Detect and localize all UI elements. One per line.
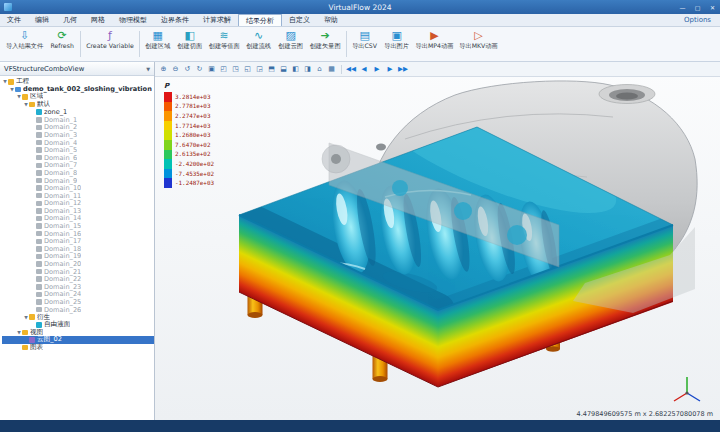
domain-icon <box>36 246 42 252</box>
tree-item-云图_02[interactable]: 云图_02 <box>2 336 154 344</box>
domain-icon <box>36 147 42 153</box>
step-forward-icon[interactable]: ▶ <box>384 64 396 75</box>
domain-icon <box>36 132 42 138</box>
legend-entry: 1.7714e+03 <box>164 121 214 131</box>
domain-icon <box>36 254 42 260</box>
import-results-button[interactable]: ⇩导入结果文件 <box>3 28 46 60</box>
tree-item-衍生[interactable]: ▼衍生 <box>2 313 154 321</box>
legend-title: P <box>164 82 214 90</box>
legend-entry: -2.4200e+02 <box>164 159 214 169</box>
folder-icon <box>8 79 14 85</box>
export-mkv-label: 导出MKV动画 <box>459 43 497 50</box>
menu-item-9[interactable]: 自定义 <box>282 14 317 26</box>
domain-icon <box>36 201 42 207</box>
skip-end-icon[interactable]: ▶▶ <box>397 64 409 75</box>
tree-item-demo_tank_002_sloshing_vibration[interactable]: ▼demo_tank_002_sloshing_vibration <box>2 86 154 94</box>
create-streamline-button[interactable]: ∿创建流线 <box>243 28 275 60</box>
3d-viewport[interactable]: P 3.2814e+032.7781e+032.2747e+031.7714e+… <box>155 77 720 420</box>
refresh-button[interactable]: ⟳Refresh <box>46 28 78 60</box>
menu-item-6[interactable]: 边界条件 <box>154 14 196 26</box>
tree-item-Domain_26[interactable]: Domain_26 <box>2 306 154 314</box>
grid-icon[interactable]: ▦ <box>326 64 337 75</box>
create-vector-button[interactable]: ➔创建矢量图 <box>307 28 344 60</box>
export-csv-button[interactable]: ▤导出CSV <box>349 28 381 60</box>
options-menu[interactable]: Options <box>675 14 720 26</box>
menu-item-7[interactable]: 计算求解 <box>196 14 238 26</box>
tree-item-自由液面[interactable]: 自由液面 <box>2 321 154 329</box>
import-results-label: 导入结果文件 <box>6 43 43 50</box>
rotate-right-icon[interactable]: ↻ <box>194 64 205 75</box>
create-variable-label: Create Variable <box>86 43 134 50</box>
maximize-button[interactable]: ▢ <box>690 1 705 13</box>
view-front-icon[interactable]: ◰ <box>218 64 229 75</box>
domain-icon <box>36 307 42 313</box>
legend-entry: 7.6470e+02 <box>164 140 214 150</box>
perspective-icon[interactable]: ◨ <box>302 64 313 75</box>
zoom-out-icon[interactable]: ⊖ <box>170 64 181 75</box>
create-slice-button[interactable]: ◧创建切面 <box>174 28 206 60</box>
domain-icon <box>36 239 42 245</box>
chevron-down-icon: ▼ <box>146 66 150 72</box>
create-variable-button[interactable]: ƒCreate Variable <box>83 28 137 60</box>
menu-item-4[interactable]: 网格 <box>84 14 112 26</box>
menu-item-8[interactable]: 结果分析 <box>238 14 282 26</box>
legend-entry: 1.2680e+03 <box>164 130 214 140</box>
minimize-button[interactable]: — <box>675 1 690 13</box>
menu-item-2[interactable]: 编辑 <box>28 14 56 26</box>
domain-icon <box>36 140 42 146</box>
close-button[interactable]: ✕ <box>705 1 720 13</box>
refresh-icon: ⟳ <box>58 29 67 42</box>
view-back-icon[interactable]: ◳ <box>230 64 241 75</box>
tree-item-Domain_8[interactable]: Domain_8 <box>2 169 154 177</box>
step-back-icon[interactable]: ◀ <box>358 64 370 75</box>
tree-item-Domain_2[interactable]: Domain_2 <box>2 124 154 132</box>
menu-item-1[interactable]: 文件 <box>0 14 28 26</box>
export-mkv-button[interactable]: ▷导出MKV动画 <box>456 28 500 60</box>
tree-item-默认[interactable]: ▼默认 <box>2 101 154 109</box>
legend-color-cell <box>164 102 172 112</box>
export-mp4-button[interactable]: ▶导出MP4动画 <box>413 28 457 60</box>
create-contour-label: 创建云图 <box>278 43 303 50</box>
tree-item-区域[interactable]: ▼区域 <box>2 93 154 101</box>
create-region-label: 创建区域 <box>145 43 170 50</box>
tree-item-Domain_4[interactable]: Domain_4 <box>2 139 154 147</box>
window-title: VirtualFlow 2024 <box>0 3 720 12</box>
structure-panel-header[interactable]: VFStructureComboView ▼ <box>0 62 154 76</box>
tree-item-Domain_6[interactable]: Domain_6 <box>2 154 154 162</box>
skip-start-icon[interactable]: ◀◀ <box>345 64 357 75</box>
view-right-icon[interactable]: ◲ <box>254 64 265 75</box>
legend-entry: -7.4535e+02 <box>164 169 214 179</box>
tree-item-视图[interactable]: ▼视图 <box>2 329 154 337</box>
menu-item-5[interactable]: 物理模型 <box>112 14 154 26</box>
fit-view-icon[interactable]: ▣ <box>206 64 217 75</box>
view-left-icon[interactable]: ◱ <box>242 64 253 75</box>
home-view-icon[interactable]: ⌂ <box>314 64 325 75</box>
create-vector-label: 创建矢量图 <box>310 43 341 50</box>
legend-entry: -1.2487e+03 <box>164 178 214 188</box>
export-csv-icon: ▤ <box>359 29 369 42</box>
play-icon[interactable]: ▶ <box>371 64 383 75</box>
tree-item-图表[interactable]: 图表 <box>2 344 154 352</box>
domain-icon <box>36 284 42 290</box>
tree-item-Domain_3[interactable]: Domain_3 <box>2 131 154 139</box>
tree-item-Domain_7[interactable]: Domain_7 <box>2 162 154 170</box>
view-top-icon[interactable]: ⬒ <box>266 64 277 75</box>
view-bottom-icon[interactable]: ⬓ <box>278 64 289 75</box>
menu-item-3[interactable]: 几何 <box>56 14 84 26</box>
tree-item-Domain_1[interactable]: Domain_1 <box>2 116 154 124</box>
tree-item-zone_1[interactable]: zone_1 <box>2 108 154 116</box>
export-image-button[interactable]: ▣导出图片 <box>381 28 413 60</box>
view-icon <box>29 337 35 343</box>
casing-cylinder <box>599 85 655 104</box>
zoom-in-icon[interactable]: ⊕ <box>158 64 169 75</box>
create-contour-button[interactable]: ▨创建云图 <box>275 28 307 60</box>
tree-item-Domain_5[interactable]: Domain_5 <box>2 146 154 154</box>
create-region-button[interactable]: ▦创建区域 <box>142 28 174 60</box>
domain-icon <box>36 117 42 123</box>
menu-item-10[interactable]: 帮助 <box>317 14 345 26</box>
structure-panel: VFStructureComboView ▼ ▼工程▼demo_tank_002… <box>0 62 155 420</box>
domain-icon <box>36 269 42 275</box>
view-iso-icon[interactable]: ◧ <box>290 64 301 75</box>
rotate-left-icon[interactable]: ↺ <box>182 64 193 75</box>
create-isosurface-button[interactable]: ≋创建等值面 <box>206 28 243 60</box>
